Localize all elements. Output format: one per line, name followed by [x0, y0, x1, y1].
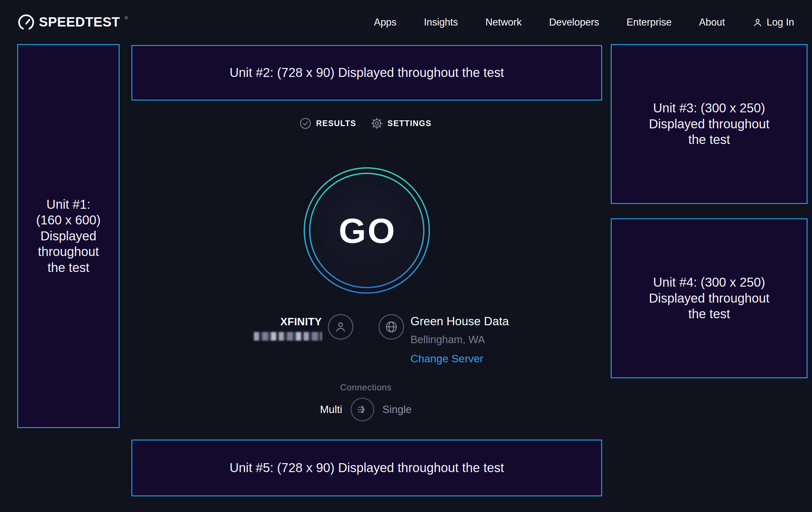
ad-unit-3-text: Unit #3: (300 x 250) Displayed throughou… — [649, 100, 769, 148]
nav-item-insights[interactable]: Insights — [424, 17, 458, 28]
connections-label: Connections — [340, 382, 391, 393]
nav-item-about[interactable]: About — [699, 17, 725, 28]
ad-unit-4: Unit #4: (300 x 250) Displayed throughou… — [611, 218, 808, 378]
go-button[interactable]: GO — [303, 167, 430, 294]
go-label: GO — [337, 210, 397, 251]
go-core: GO — [310, 174, 423, 287]
ad-unit-5-text: Unit #5: (728 x 90) Displayed throughout… — [230, 460, 504, 476]
globe-icon — [385, 320, 398, 333]
connections-toggle-row: Multi Single — [320, 398, 411, 421]
nav-item-developers[interactable]: Developers — [549, 17, 599, 28]
speedtest-logo[interactable]: SPEEDTEST ® — [18, 14, 128, 31]
gear-icon — [371, 117, 383, 129]
person-icon — [334, 320, 347, 333]
settings-tab-label: SETTINGS — [387, 119, 432, 128]
tab-results[interactable]: RESULTS — [299, 117, 356, 129]
results-tab-label: RESULTS — [316, 119, 356, 128]
go-ring-gap: GO — [305, 168, 429, 292]
server-text: Green House Data Bellingham, WA Change S… — [410, 314, 509, 365]
connections-option-multi[interactable]: Multi — [320, 403, 342, 415]
person-icon — [752, 17, 763, 28]
main-nav: Apps Insights Network Developers Enterpr… — [374, 17, 794, 28]
go-inner-ring: GO — [309, 173, 425, 288]
view-tabs: RESULTS SETTINGS — [299, 117, 432, 129]
trademark-mark: ® — [125, 16, 128, 21]
ad-unit-1-text: Unit #1: (160 x 600) Displayed throughou… — [36, 197, 100, 276]
speedtest-page: SPEEDTEST ® Apps Insights Network Develo… — [0, 0, 812, 512]
header: SPEEDTEST ® Apps Insights Network Develo… — [0, 0, 812, 45]
ad-unit-4-text: Unit #4: (300 x 250) Displayed throughou… — [649, 274, 769, 322]
isp-block: XFINITY — [254, 314, 353, 341]
isp-name: XFINITY — [254, 316, 322, 328]
server-block: Green House Data Bellingham, WA Change S… — [379, 314, 509, 365]
ad-unit-5: Unit #5: (728 x 90) Displayed throughout… — [132, 439, 602, 496]
ad-unit-2-text: Unit #2: (728 x 90) Displayed throughout… — [230, 65, 504, 81]
server-name: Green House Data — [410, 315, 509, 328]
login-link[interactable]: Log In — [752, 17, 794, 28]
isp-text: XFINITY — [254, 314, 322, 341]
ad-unit-1: Unit #1: (160 x 600) Displayed throughou… — [17, 44, 120, 428]
multi-connection-arrows-icon — [355, 402, 370, 417]
login-label: Log In — [767, 17, 794, 28]
nav-item-network[interactable]: Network — [486, 17, 522, 28]
ad-unit-3: Unit #3: (300 x 250) Displayed throughou… — [611, 44, 808, 204]
check-circle-icon — [299, 117, 311, 129]
change-server-link[interactable]: Change Server — [410, 352, 509, 365]
connections-toggle[interactable] — [350, 398, 374, 421]
speedometer-icon — [18, 15, 34, 31]
server-location: Bellingham, WA — [410, 333, 509, 346]
nav-item-apps[interactable]: Apps — [374, 17, 397, 28]
logo-text: SPEEDTEST — [39, 14, 120, 30]
server-avatar — [379, 314, 404, 340]
connections-option-single[interactable]: Single — [382, 403, 412, 415]
redacted-ip — [254, 332, 322, 341]
ad-unit-2: Unit #2: (728 x 90) Displayed throughout… — [132, 45, 602, 101]
nav-item-enterprise[interactable]: Enterprise — [627, 17, 671, 28]
tab-settings[interactable]: SETTINGS — [371, 117, 432, 129]
isp-avatar — [328, 314, 353, 340]
